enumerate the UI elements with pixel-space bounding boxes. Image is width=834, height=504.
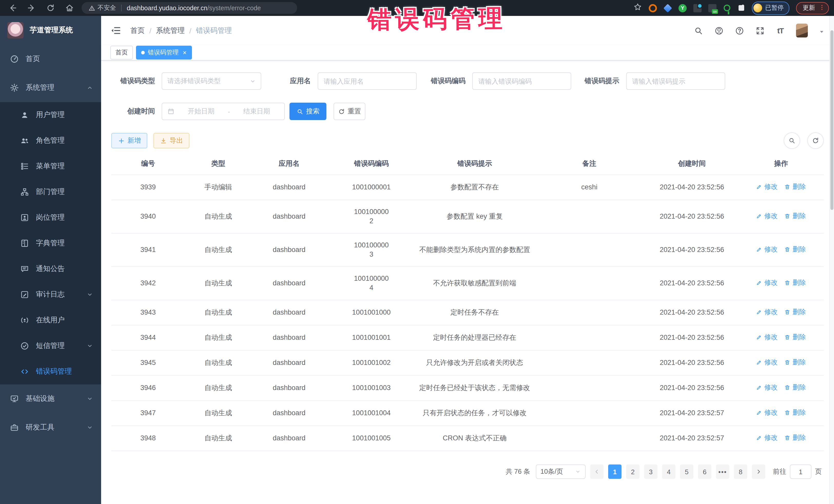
sidebar-menu: 首页系统管理用户管理角色管理菜单管理部门管理岗位管理字典管理通知公告审计日志在线… [0, 45, 101, 504]
forward-icon[interactable] [24, 2, 39, 14]
toggle-search-button[interactable] [784, 132, 800, 149]
puzzle-extension-icon[interactable] [739, 5, 744, 11]
sidebar-item-online-user[interactable]: 在线用户 [0, 307, 101, 333]
delete-link[interactable]: 删除 [784, 333, 806, 342]
green-key-extension-icon[interactable] [724, 5, 730, 11]
breadcrumb-system[interactable]: 系统管理 [156, 26, 185, 35]
delete-link[interactable]: 删除 [784, 307, 806, 317]
sidebar-item-menu[interactable]: 菜单管理 [0, 153, 101, 179]
sidebar-item-dept[interactable]: 部门管理 [0, 179, 101, 205]
orange-ring-extension-icon[interactable] [649, 4, 657, 12]
github-icon[interactable] [714, 26, 724, 36]
end-date-placeholder: 结束日期 [234, 107, 279, 116]
green-y-extension-icon[interactable]: Y [679, 4, 687, 12]
edit-link[interactable]: 修改 [756, 433, 777, 442]
home-icon[interactable] [62, 2, 76, 14]
edit-link[interactable]: 修改 [756, 182, 777, 192]
tab-close-icon[interactable]: × [183, 49, 186, 56]
sidebar-item-home[interactable]: 首页 [0, 45, 101, 73]
delete-link[interactable]: 删除 [784, 182, 806, 192]
browser-update-button[interactable]: 更新 [796, 2, 829, 14]
sidebar-item-infrastructure[interactable]: 基础设施 [0, 385, 101, 413]
row-hint: 定时任务的处理器已经存在 [416, 325, 533, 350]
tab-home[interactable]: 首页 [110, 46, 133, 60]
tab-error-code-management[interactable]: 错误码管理 × [136, 46, 192, 60]
export-button[interactable]: 导出 [153, 133, 190, 148]
grid-extension-icon[interactable] [694, 4, 702, 12]
row-hint: 参数配置 key 重复 [416, 200, 533, 233]
row-remark [533, 400, 646, 426]
delete-link[interactable]: 删除 [784, 358, 806, 367]
edit-link[interactable]: 修改 [756, 333, 777, 342]
page-button-8[interactable]: 8 [734, 464, 747, 479]
edit-link[interactable]: 修改 [756, 278, 777, 287]
next-page-button[interactable] [752, 464, 765, 479]
reset-button[interactable]: 重置 [334, 103, 366, 120]
error-code-type-select[interactable]: 请选择错误码类型 [162, 72, 261, 90]
delete-link[interactable]: 删除 [784, 433, 806, 442]
page-size-select[interactable]: 10条/页 [536, 464, 586, 479]
address-bar[interactable]: 不安全 dashboard.yudao.iocoder.cn/system/er… [82, 2, 297, 14]
sidebar-item-post[interactable]: 岗位管理 [0, 205, 101, 231]
sidebar-item-label: 系统管理 [26, 83, 54, 92]
kebab-menu-icon[interactable] [819, 4, 826, 12]
app-name-input[interactable] [317, 72, 416, 90]
sidebar-fold-icon[interactable] [110, 25, 122, 36]
font-size-icon[interactable]: tT [775, 26, 785, 36]
sidebar-item-sms[interactable]: 短信管理 [0, 333, 101, 359]
page-button-1[interactable]: 1 [608, 464, 621, 479]
fullscreen-icon[interactable] [755, 26, 765, 36]
security-status[interactable]: 不安全 [89, 4, 116, 12]
edit-link[interactable]: 修改 [756, 212, 777, 221]
page-button-3[interactable]: 3 [644, 464, 657, 479]
prev-page-button[interactable] [590, 464, 603, 479]
scrollbar-thumb[interactable] [830, 30, 833, 210]
edit-link[interactable]: 修改 [756, 245, 777, 254]
help-icon[interactable] [734, 26, 744, 36]
error-hint-input[interactable] [626, 72, 725, 90]
bookmark-star-icon[interactable] [633, 3, 642, 13]
sidebar-item-error-code[interactable]: 错误码管理 [0, 359, 101, 385]
edit-link[interactable]: 修改 [756, 307, 777, 317]
sidebar-item-user[interactable]: 用户管理 [0, 102, 101, 128]
sidebar-item-dict[interactable]: 字典管理 [0, 231, 101, 256]
page-scrollbar[interactable] [829, 16, 834, 504]
refresh-table-button[interactable] [807, 132, 824, 149]
edit-link[interactable]: 修改 [756, 408, 777, 417]
row-type: 手动编辑 [185, 175, 252, 200]
browser-profile-chip[interactable]: 已暂停 [752, 1, 789, 15]
user-avatar[interactable] [796, 24, 808, 38]
delete-link[interactable]: 删除 [784, 278, 806, 287]
search-button[interactable]: 搜索 [289, 103, 326, 120]
edit-label: 修改 [764, 182, 777, 192]
sidebar-item-audit-log[interactable]: 审计日志 [0, 282, 101, 307]
caret-down-icon[interactable] [819, 27, 825, 34]
delete-link[interactable]: 删除 [784, 408, 806, 417]
delete-link[interactable]: 删除 [784, 212, 806, 221]
blue-gem-extension-icon[interactable] [663, 4, 672, 12]
add-button[interactable]: 新增 [111, 133, 147, 148]
create-time-range-picker[interactable]: 开始日期 - 结束日期 [162, 103, 285, 120]
pager-ellipsis-button[interactable]: ••• [716, 464, 729, 479]
sidebar-item-dev-tools[interactable]: 研发工具 [0, 413, 101, 442]
page-button-5[interactable]: 5 [680, 464, 694, 479]
search-icon[interactable] [694, 26, 703, 36]
page-button-4[interactable]: 4 [662, 464, 675, 479]
error-code-input[interactable] [472, 72, 571, 90]
sidebar-item-role[interactable]: 角色管理 [0, 128, 101, 153]
reload-icon[interactable] [43, 2, 58, 14]
back-icon[interactable] [5, 2, 20, 14]
adblock-on-extension-icon[interactable] [708, 4, 717, 12]
sidebar-item-system[interactable]: 系统管理 [0, 73, 101, 102]
delete-link[interactable]: 删除 [784, 383, 806, 392]
page-button-6[interactable]: 6 [698, 464, 711, 479]
breadcrumb-home[interactable]: 首页 [130, 26, 145, 35]
delete-link[interactable]: 删除 [784, 245, 806, 254]
goto-page-input[interactable] [790, 464, 811, 479]
table-header-row: 编号类型应用名错误码编码错误码提示备注创建时间操作 [111, 153, 824, 175]
sidebar-item-notice[interactable]: 通知公告 [0, 256, 101, 282]
edit-link[interactable]: 修改 [756, 358, 777, 367]
delete-label: 删除 [792, 358, 806, 367]
edit-link[interactable]: 修改 [756, 383, 777, 392]
page-button-2[interactable]: 2 [626, 464, 639, 479]
